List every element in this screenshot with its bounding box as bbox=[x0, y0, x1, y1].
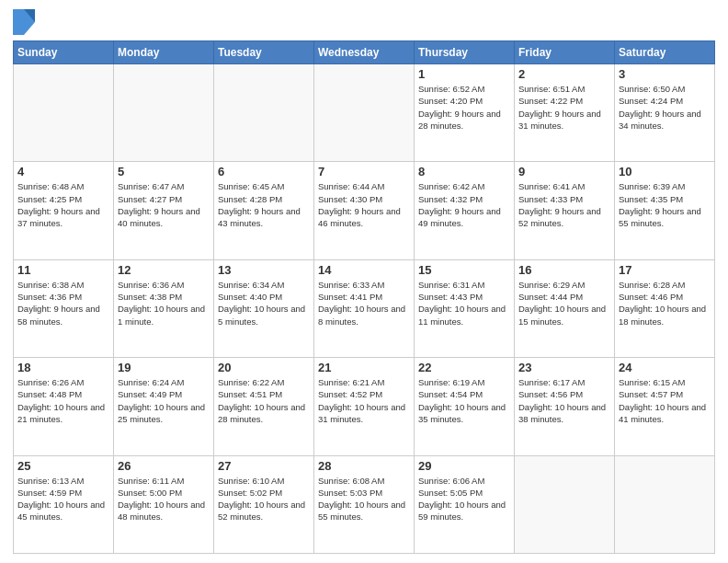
day-info: Sunrise: 6:42 AM Sunset: 4:32 PM Dayligh… bbox=[418, 180, 510, 229]
calendar-cell: 5Sunrise: 6:47 AM Sunset: 4:27 PM Daylig… bbox=[114, 162, 214, 259]
calendar-header-tuesday: Tuesday bbox=[214, 41, 314, 64]
calendar-header-thursday: Thursday bbox=[415, 41, 515, 64]
day-info: Sunrise: 6:06 AM Sunset: 5:05 PM Dayligh… bbox=[418, 475, 510, 523]
calendar-cell: 11Sunrise: 6:38 AM Sunset: 4:36 PM Dayli… bbox=[14, 259, 114, 357]
day-number: 12 bbox=[118, 263, 210, 277]
day-info: Sunrise: 6:44 AM Sunset: 4:30 PM Dayligh… bbox=[318, 180, 410, 229]
calendar-cell: 13Sunrise: 6:34 AM Sunset: 4:40 PM Dayli… bbox=[214, 259, 314, 357]
calendar-cell: 26Sunrise: 6:11 AM Sunset: 5:00 PM Dayli… bbox=[114, 455, 214, 553]
calendar-header-monday: Monday bbox=[114, 41, 214, 64]
calendar-cell: 7Sunrise: 6:44 AM Sunset: 4:30 PM Daylig… bbox=[314, 162, 415, 259]
day-number: 2 bbox=[518, 67, 610, 81]
day-info: Sunrise: 6:45 AM Sunset: 4:28 PM Dayligh… bbox=[218, 180, 310, 229]
day-number: 18 bbox=[17, 361, 109, 374]
day-info: Sunrise: 6:28 AM Sunset: 4:46 PM Dayligh… bbox=[619, 279, 711, 327]
calendar-cell: 23Sunrise: 6:17 AM Sunset: 4:56 PM Dayli… bbox=[515, 358, 615, 455]
day-number: 16 bbox=[518, 263, 610, 277]
day-info: Sunrise: 6:52 AM Sunset: 4:20 PM Dayligh… bbox=[418, 83, 510, 132]
calendar-cell: 1Sunrise: 6:52 AM Sunset: 4:20 PM Daylig… bbox=[415, 64, 515, 162]
day-number: 24 bbox=[619, 361, 711, 374]
calendar-header-friday: Friday bbox=[515, 41, 615, 64]
day-number: 19 bbox=[118, 361, 210, 374]
calendar-header-sunday: Sunday bbox=[14, 41, 114, 64]
calendar-header-wednesday: Wednesday bbox=[314, 41, 415, 64]
day-info: Sunrise: 6:34 AM Sunset: 4:40 PM Dayligh… bbox=[218, 279, 310, 327]
calendar-cell bbox=[114, 64, 214, 162]
calendar-cell: 28Sunrise: 6:08 AM Sunset: 5:03 PM Dayli… bbox=[314, 455, 415, 553]
day-info: Sunrise: 6:24 AM Sunset: 4:49 PM Dayligh… bbox=[118, 376, 210, 425]
day-number: 3 bbox=[619, 67, 711, 81]
day-number: 17 bbox=[619, 263, 711, 277]
logo-icon bbox=[13, 9, 35, 35]
day-info: Sunrise: 6:15 AM Sunset: 4:57 PM Dayligh… bbox=[619, 376, 711, 425]
calendar-cell bbox=[615, 455, 715, 553]
calendar-cell: 16Sunrise: 6:29 AM Sunset: 4:44 PM Dayli… bbox=[515, 259, 615, 357]
day-info: Sunrise: 6:19 AM Sunset: 4:54 PM Dayligh… bbox=[418, 376, 510, 425]
day-number: 9 bbox=[518, 165, 610, 178]
calendar-week-2: 11Sunrise: 6:38 AM Sunset: 4:36 PM Dayli… bbox=[14, 259, 715, 357]
calendar-cell: 6Sunrise: 6:45 AM Sunset: 4:28 PM Daylig… bbox=[214, 162, 314, 259]
day-info: Sunrise: 6:47 AM Sunset: 4:27 PM Dayligh… bbox=[118, 180, 210, 229]
calendar-cell: 14Sunrise: 6:33 AM Sunset: 4:41 PM Dayli… bbox=[314, 259, 415, 357]
calendar-cell: 18Sunrise: 6:26 AM Sunset: 4:48 PM Dayli… bbox=[14, 358, 114, 455]
calendar-cell: 27Sunrise: 6:10 AM Sunset: 5:02 PM Dayli… bbox=[214, 455, 314, 553]
logo bbox=[13, 9, 39, 35]
calendar-cell: 24Sunrise: 6:15 AM Sunset: 4:57 PM Dayli… bbox=[615, 358, 715, 455]
calendar-week-0: 1Sunrise: 6:52 AM Sunset: 4:20 PM Daylig… bbox=[14, 64, 715, 162]
calendar-cell: 2Sunrise: 6:51 AM Sunset: 4:22 PM Daylig… bbox=[515, 64, 615, 162]
day-number: 25 bbox=[17, 459, 109, 473]
day-number: 4 bbox=[17, 165, 109, 178]
day-number: 1 bbox=[418, 67, 510, 81]
calendar-week-1: 4Sunrise: 6:48 AM Sunset: 4:25 PM Daylig… bbox=[14, 162, 715, 259]
day-number: 22 bbox=[418, 361, 510, 374]
day-info: Sunrise: 6:48 AM Sunset: 4:25 PM Dayligh… bbox=[17, 180, 109, 229]
calendar-cell: 9Sunrise: 6:41 AM Sunset: 4:33 PM Daylig… bbox=[515, 162, 615, 259]
day-number: 13 bbox=[218, 263, 310, 277]
day-number: 6 bbox=[218, 165, 310, 178]
day-number: 21 bbox=[318, 361, 410, 374]
calendar-cell: 29Sunrise: 6:06 AM Sunset: 5:05 PM Dayli… bbox=[415, 455, 515, 553]
day-number: 10 bbox=[619, 165, 711, 178]
day-info: Sunrise: 6:10 AM Sunset: 5:02 PM Dayligh… bbox=[218, 475, 310, 523]
calendar-cell: 22Sunrise: 6:19 AM Sunset: 4:54 PM Dayli… bbox=[415, 358, 515, 455]
day-info: Sunrise: 6:13 AM Sunset: 4:59 PM Dayligh… bbox=[17, 475, 109, 523]
day-info: Sunrise: 6:31 AM Sunset: 4:43 PM Dayligh… bbox=[418, 279, 510, 327]
day-info: Sunrise: 6:11 AM Sunset: 5:00 PM Dayligh… bbox=[118, 475, 210, 523]
day-info: Sunrise: 6:41 AM Sunset: 4:33 PM Dayligh… bbox=[518, 180, 610, 229]
day-number: 15 bbox=[418, 263, 510, 277]
day-info: Sunrise: 6:39 AM Sunset: 4:35 PM Dayligh… bbox=[619, 180, 711, 229]
day-number: 26 bbox=[118, 459, 210, 473]
calendar-week-3: 18Sunrise: 6:26 AM Sunset: 4:48 PM Dayli… bbox=[14, 358, 715, 455]
calendar-cell: 17Sunrise: 6:28 AM Sunset: 4:46 PM Dayli… bbox=[615, 259, 715, 357]
calendar-cell: 3Sunrise: 6:50 AM Sunset: 4:24 PM Daylig… bbox=[615, 64, 715, 162]
calendar-cell bbox=[314, 64, 415, 162]
calendar-header-row: SundayMondayTuesdayWednesdayThursdayFrid… bbox=[14, 41, 715, 64]
calendar-cell: 8Sunrise: 6:42 AM Sunset: 4:32 PM Daylig… bbox=[415, 162, 515, 259]
calendar-cell: 4Sunrise: 6:48 AM Sunset: 4:25 PM Daylig… bbox=[14, 162, 114, 259]
day-number: 8 bbox=[418, 165, 510, 178]
day-info: Sunrise: 6:21 AM Sunset: 4:52 PM Dayligh… bbox=[318, 376, 410, 425]
day-number: 23 bbox=[518, 361, 610, 374]
day-number: 29 bbox=[418, 459, 510, 473]
day-number: 11 bbox=[17, 263, 109, 277]
header bbox=[13, 9, 715, 35]
calendar-cell: 19Sunrise: 6:24 AM Sunset: 4:49 PM Dayli… bbox=[114, 358, 214, 455]
day-number: 27 bbox=[218, 459, 310, 473]
day-info: Sunrise: 6:29 AM Sunset: 4:44 PM Dayligh… bbox=[518, 279, 610, 327]
day-info: Sunrise: 6:36 AM Sunset: 4:38 PM Dayligh… bbox=[118, 279, 210, 327]
calendar-cell bbox=[515, 455, 615, 553]
day-info: Sunrise: 6:22 AM Sunset: 4:51 PM Dayligh… bbox=[218, 376, 310, 425]
calendar-week-4: 25Sunrise: 6:13 AM Sunset: 4:59 PM Dayli… bbox=[14, 455, 715, 553]
calendar-cell: 12Sunrise: 6:36 AM Sunset: 4:38 PM Dayli… bbox=[114, 259, 214, 357]
day-number: 28 bbox=[318, 459, 410, 473]
day-info: Sunrise: 6:08 AM Sunset: 5:03 PM Dayligh… bbox=[318, 475, 410, 523]
calendar-cell: 25Sunrise: 6:13 AM Sunset: 4:59 PM Dayli… bbox=[14, 455, 114, 553]
day-info: Sunrise: 6:26 AM Sunset: 4:48 PM Dayligh… bbox=[17, 376, 109, 425]
day-info: Sunrise: 6:51 AM Sunset: 4:22 PM Dayligh… bbox=[518, 83, 610, 132]
calendar-cell: 10Sunrise: 6:39 AM Sunset: 4:35 PM Dayli… bbox=[615, 162, 715, 259]
page: SundayMondayTuesdayWednesdayThursdayFrid… bbox=[0, 0, 728, 563]
calendar-cell bbox=[214, 64, 314, 162]
day-number: 14 bbox=[318, 263, 410, 277]
calendar-cell: 15Sunrise: 6:31 AM Sunset: 4:43 PM Dayli… bbox=[415, 259, 515, 357]
day-info: Sunrise: 6:33 AM Sunset: 4:41 PM Dayligh… bbox=[318, 279, 410, 327]
